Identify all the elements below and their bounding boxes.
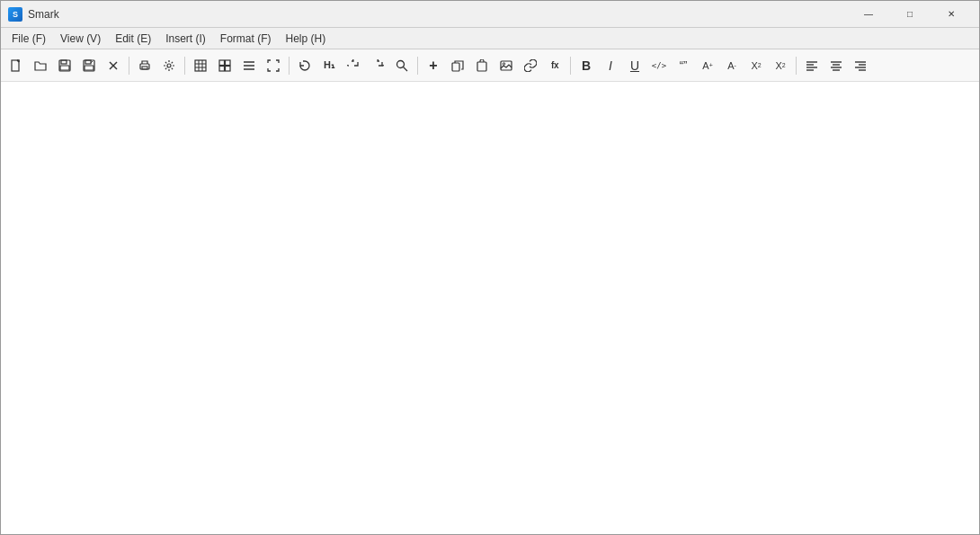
toolbar: H₁ + fx B I U </> “” A+ bbox=[1, 49, 979, 82]
link-button[interactable] bbox=[519, 54, 542, 77]
paste-button[interactable] bbox=[470, 54, 494, 77]
refresh-button[interactable] bbox=[293, 54, 316, 77]
svg-rect-0 bbox=[12, 60, 19, 71]
svg-point-26 bbox=[397, 60, 405, 67]
increase-font-button[interactable]: A+ bbox=[696, 54, 719, 77]
menu-edit[interactable]: Edit (E) bbox=[108, 29, 158, 49]
italic-button[interactable]: I bbox=[599, 54, 622, 77]
save-as-button[interactable] bbox=[77, 54, 101, 77]
svg-rect-14 bbox=[195, 60, 206, 71]
new-button[interactable] bbox=[4, 54, 28, 77]
underline-button[interactable]: U bbox=[623, 54, 646, 77]
svg-rect-21 bbox=[219, 66, 225, 71]
menu-insert[interactable]: Insert (I) bbox=[158, 29, 213, 49]
main-window: S Smark — □ ✕ File (F) View (V) Edit (E)… bbox=[0, 0, 980, 535]
separator-6 bbox=[796, 57, 797, 75]
editor-content[interactable] bbox=[1, 82, 979, 534]
close-button[interactable]: ✕ bbox=[931, 1, 972, 28]
align-right-button[interactable] bbox=[849, 54, 872, 77]
menu-view[interactable]: View (V) bbox=[53, 29, 108, 49]
svg-rect-7 bbox=[85, 66, 94, 70]
settings-button[interactable] bbox=[157, 54, 181, 77]
separator-2 bbox=[184, 57, 185, 75]
code-button[interactable]: </> bbox=[647, 54, 671, 77]
separator-1 bbox=[129, 57, 129, 75]
separator-4 bbox=[417, 57, 418, 75]
svg-rect-3 bbox=[61, 60, 67, 64]
app-icon: S bbox=[8, 7, 22, 22]
minimize-button[interactable]: — bbox=[848, 1, 889, 28]
separator-5 bbox=[570, 57, 571, 75]
window-title: Smark bbox=[28, 8, 59, 21]
svg-line-27 bbox=[404, 67, 408, 71]
svg-rect-22 bbox=[226, 66, 231, 71]
superscript-button[interactable]: X2 bbox=[769, 54, 792, 77]
image-button[interactable] bbox=[494, 54, 518, 77]
svg-rect-6 bbox=[85, 60, 91, 64]
svg-point-13 bbox=[167, 64, 171, 67]
heading-button[interactable]: H₁ bbox=[317, 54, 341, 77]
maximize-button[interactable]: □ bbox=[889, 1, 931, 28]
bold-button[interactable]: B bbox=[575, 54, 598, 77]
subscript-button[interactable]: X2 bbox=[744, 54, 768, 77]
add-button[interactable]: + bbox=[422, 54, 445, 77]
open-button[interactable] bbox=[29, 54, 52, 77]
search-button[interactable] bbox=[390, 54, 414, 77]
formula-button[interactable]: fx bbox=[543, 54, 566, 77]
grid-view-button[interactable] bbox=[213, 54, 236, 77]
fullscreen-button[interactable] bbox=[262, 54, 285, 77]
svg-rect-12 bbox=[142, 67, 147, 69]
align-left-button[interactable] bbox=[800, 54, 824, 77]
decrease-font-button[interactable]: A- bbox=[720, 54, 744, 77]
svg-rect-4 bbox=[60, 66, 69, 70]
close-file-button[interactable] bbox=[102, 54, 125, 77]
svg-rect-28 bbox=[452, 63, 459, 71]
undo-button[interactable] bbox=[342, 54, 365, 77]
list-view-button[interactable] bbox=[237, 54, 261, 77]
title-bar-left: S Smark bbox=[8, 7, 59, 22]
svg-rect-29 bbox=[477, 62, 486, 71]
menu-format[interactable]: Format (F) bbox=[213, 29, 279, 49]
table-view-button[interactable] bbox=[189, 54, 212, 77]
quote-button[interactable]: “” bbox=[672, 54, 695, 77]
title-bar: S Smark — □ ✕ bbox=[1, 1, 979, 28]
menu-bar: File (F) View (V) Edit (E) Insert (I) Fo… bbox=[1, 28, 979, 49]
menu-help[interactable]: Help (H) bbox=[278, 29, 333, 49]
menu-file[interactable]: File (F) bbox=[4, 29, 53, 49]
svg-rect-20 bbox=[226, 60, 231, 66]
save-button[interactable] bbox=[53, 54, 76, 77]
copy-button[interactable] bbox=[446, 54, 469, 77]
align-center-button[interactable] bbox=[824, 54, 848, 77]
svg-point-31 bbox=[503, 62, 504, 64]
print-button[interactable] bbox=[133, 54, 156, 77]
svg-rect-19 bbox=[219, 60, 225, 66]
title-bar-controls: — □ ✕ bbox=[848, 1, 972, 28]
redo-button[interactable] bbox=[366, 54, 389, 77]
separator-3 bbox=[289, 57, 290, 75]
